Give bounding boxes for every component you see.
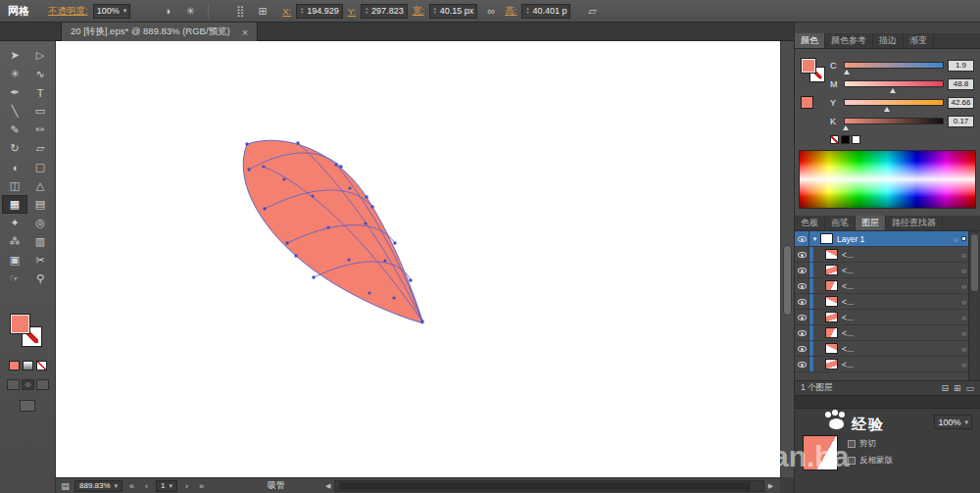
tool-blend[interactable]: ◎: [27, 214, 53, 232]
align-grid-icon[interactable]: ⣿: [231, 3, 249, 19]
scroll-right-icon[interactable]: ▶: [765, 482, 776, 490]
checkbox[interactable]: [848, 457, 856, 465]
tool-mesh[interactable]: ▦: [2, 195, 27, 214]
cyan-slider-track[interactable]: [844, 62, 944, 69]
tab-gradient[interactable]: 渐变: [904, 33, 934, 48]
magenta-slider-track[interactable]: [844, 80, 944, 87]
gradient-button[interactable]: [23, 361, 33, 370]
mesh-petal-shape[interactable]: [56, 41, 780, 477]
layer-row[interactable]: <...: [795, 341, 980, 357]
invert-mask-checkbox[interactable]: 反相蒙版: [848, 455, 893, 467]
color-spectrum[interactable]: [799, 150, 976, 209]
tool-line-segment[interactable]: ╲: [2, 102, 27, 121]
yellow-slider-track[interactable]: [844, 99, 944, 106]
tool-lasso[interactable]: ∿: [27, 65, 53, 83]
vertical-scrollbar[interactable]: [780, 41, 794, 477]
tool-direct-selection[interactable]: ▷: [27, 46, 53, 65]
tab-color-guide[interactable]: 颜色参考: [825, 33, 873, 48]
tool-free-transform[interactable]: ▢: [27, 158, 53, 176]
tab-brushes[interactable]: 画笔: [825, 216, 856, 230]
tool-symbol-sprayer[interactable]: ⁂: [2, 232, 27, 251]
visibility-toggle[interactable]: [795, 341, 809, 356]
expand-triangle-icon[interactable]: ▼: [809, 236, 820, 242]
stepper-icon[interactable]: [525, 7, 529, 15]
layer-row[interactable]: <...: [795, 247, 980, 263]
target-circle-icon[interactable]: [961, 266, 966, 275]
black-slider-track[interactable]: [844, 118, 944, 124]
tab-pathfinder[interactable]: 路径查找器: [886, 216, 943, 230]
target-circle-icon[interactable]: [961, 297, 966, 307]
tab-swatches[interactable]: 色板: [795, 216, 825, 230]
tool-pencil[interactable]: ✏: [27, 121, 53, 139]
new-sublayer-button[interactable]: ⊟: [941, 383, 949, 393]
tab-layers[interactable]: 图层: [856, 216, 886, 230]
target-circle-icon[interactable]: [961, 360, 966, 370]
layer-row-parent[interactable]: ▼ Layer 1: [795, 231, 980, 247]
target-circle-icon[interactable]: [954, 234, 958, 244]
layer-name[interactable]: <...: [842, 266, 854, 275]
color-button[interactable]: [9, 361, 20, 370]
last-artboard-button[interactable]: »: [196, 481, 207, 491]
artboard-number-field[interactable]: 1 ▾: [156, 480, 177, 492]
tool-magic-wand[interactable]: ✳: [2, 65, 27, 83]
layer-row[interactable]: <...: [795, 325, 980, 341]
object-thumbnail[interactable]: [803, 435, 838, 470]
tab-stroke[interactable]: 描边: [873, 33, 904, 48]
visibility-toggle[interactable]: [795, 325, 809, 340]
opacity-circle-icon[interactable]: ◑: [159, 3, 176, 19]
tool-paintbrush[interactable]: ✎: [2, 121, 27, 139]
tool-type[interactable]: T: [27, 83, 53, 102]
visibility-toggle[interactable]: [795, 310, 809, 324]
layer-row[interactable]: <...: [795, 278, 980, 294]
stepper-icon[interactable]: [365, 7, 368, 15]
magenta-value-field[interactable]: 48.8: [948, 78, 974, 90]
layer-name[interactable]: <...: [842, 344, 854, 354]
layer-row[interactable]: <...: [795, 357, 980, 372]
layer-name[interactable]: <...: [842, 281, 854, 291]
visibility-toggle[interactable]: [795, 263, 809, 277]
layer-name[interactable]: <...: [842, 297, 854, 307]
visibility-toggle[interactable]: [795, 294, 809, 309]
fill-swatch[interactable]: [801, 58, 816, 74]
x-field[interactable]: 194.929: [296, 4, 343, 19]
panel-header[interactable]: [795, 396, 980, 409]
visibility-toggle[interactable]: [795, 247, 809, 262]
target-circle-icon[interactable]: [961, 313, 966, 322]
opacity-label[interactable]: 不透明度:: [48, 5, 88, 18]
layer-row[interactable]: <...: [795, 263, 980, 278]
link-dimensions-icon[interactable]: ∞: [482, 3, 500, 19]
reference-point-icon[interactable]: ⊞: [254, 3, 271, 19]
layer-name[interactable]: <...: [842, 360, 854, 370]
white-swatch[interactable]: [852, 135, 860, 144]
tool-column-graph[interactable]: ▥: [27, 232, 53, 251]
height-label[interactable]: 高:: [505, 5, 516, 18]
tool-perspective-grid[interactable]: △: [27, 176, 53, 195]
target-circle-icon[interactable]: [961, 250, 966, 260]
zoom-field[interactable]: 889.83% ▾: [74, 480, 122, 492]
stepper-icon[interactable]: [433, 7, 437, 15]
slider-marker[interactable]: [884, 107, 890, 112]
target-circle-icon[interactable]: [961, 281, 966, 291]
screen-mode-button[interactable]: [20, 400, 35, 412]
slider-marker[interactable]: [844, 70, 850, 74]
tool-gradient[interactable]: ▤: [27, 195, 53, 214]
target-circle-icon[interactable]: [961, 344, 966, 354]
layers-scrollbar-thumb[interactable]: [971, 234, 978, 291]
layers-scrollbar[interactable]: [968, 231, 980, 380]
next-artboard-button[interactable]: ›: [181, 481, 192, 491]
y-label[interactable]: Y:: [348, 6, 356, 17]
slider-marker[interactable]: [843, 125, 849, 130]
stepper-icon[interactable]: [300, 7, 304, 15]
tool-rectangle[interactable]: ▭: [27, 102, 53, 121]
horizontal-scrollbar-track[interactable]: [334, 480, 764, 492]
width-label[interactable]: 宽:: [413, 5, 424, 18]
tool-hand[interactable]: ☞: [2, 270, 27, 288]
tab-color[interactable]: 颜色: [795, 33, 825, 48]
artboard-nav-icon[interactable]: ▤: [60, 481, 71, 491]
black-value-field[interactable]: 0.17: [948, 116, 974, 127]
y-field[interactable]: 297.823: [361, 4, 408, 19]
none-button[interactable]: [36, 361, 47, 370]
document-tab[interactable]: 20 [转换].eps* @ 889.83% (RGB/预览) ×: [61, 23, 258, 41]
scroll-left-icon[interactable]: ◀: [322, 482, 333, 490]
tool-zoom[interactable]: ⚲: [27, 270, 53, 288]
